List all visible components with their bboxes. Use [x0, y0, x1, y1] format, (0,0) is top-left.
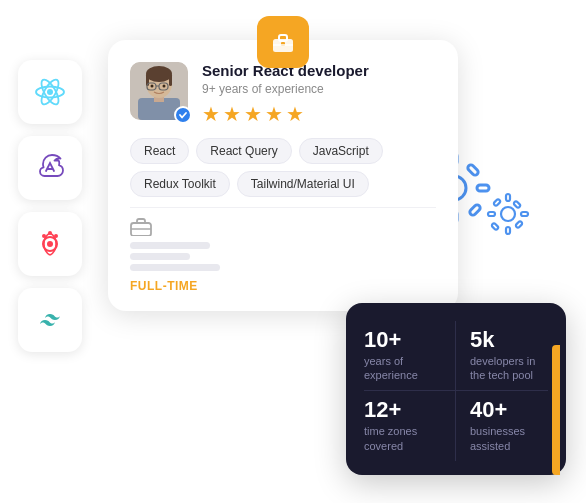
sidebar-item-react-query[interactable]	[18, 212, 82, 276]
skel-1	[130, 242, 210, 249]
star-1: ★	[202, 102, 220, 126]
stats-grid: 10+ years of experience 5k developers in…	[364, 321, 548, 461]
stat-num-3: 40+	[470, 399, 548, 421]
svg-rect-17	[467, 164, 480, 177]
star-rating: ★ ★ ★ ★ ★	[202, 102, 436, 126]
svg-point-8	[42, 234, 46, 238]
svg-point-6	[48, 231, 52, 235]
svg-point-7	[54, 234, 58, 238]
svg-point-0	[47, 89, 53, 95]
sidebar-item-react[interactable]	[18, 60, 82, 124]
svg-point-35	[146, 66, 172, 82]
star-3: ★	[244, 102, 262, 126]
orange-accent-bar	[552, 345, 560, 475]
employment-label: FULL-TIME	[130, 279, 436, 293]
skeleton-lines	[130, 242, 436, 271]
skel-2	[130, 253, 190, 260]
svg-rect-15	[469, 204, 482, 217]
stat-cell-1: 5k developers in the tech pool	[456, 321, 548, 392]
work-icon-row	[130, 218, 436, 236]
card-bottom-left: FULL-TIME	[130, 218, 436, 293]
stat-cell-3: 40+ businesses assisted	[456, 391, 548, 461]
stat-cell-0: 10+ years of experience	[364, 321, 456, 392]
svg-rect-22	[521, 212, 528, 216]
briefcase-icon	[130, 218, 152, 236]
stat-num-0: 10+	[364, 329, 441, 351]
svg-point-41	[151, 85, 154, 88]
avatar-wrap	[130, 62, 188, 120]
checkmark-icon	[178, 110, 188, 120]
card-divider	[130, 207, 436, 208]
toolbox-badge	[257, 16, 309, 68]
tag-redux-toolkit[interactable]: Redux Toolkit	[130, 171, 230, 197]
stats-card: 10+ years of experience 5k developers in…	[346, 303, 566, 475]
main-card: Senior React developer 9+ years of exper…	[108, 40, 458, 311]
react-icon	[34, 76, 66, 108]
tag-tailwind[interactable]: Tailwind/Material UI	[237, 171, 369, 197]
card-bottom: FULL-TIME	[130, 218, 436, 293]
gear-small-icon	[486, 192, 530, 240]
scene: Senior React developer 9+ years of exper…	[0, 0, 586, 503]
verified-badge	[174, 106, 192, 124]
redux-icon	[34, 152, 66, 184]
svg-rect-28	[279, 35, 287, 41]
svg-point-42	[163, 85, 166, 88]
stat-label-1: developers in the tech pool	[470, 354, 548, 383]
svg-rect-21	[488, 212, 495, 216]
sidebar-item-redux[interactable]	[18, 136, 82, 200]
svg-rect-24	[515, 221, 523, 229]
sidebar-item-tailwind[interactable]	[18, 288, 82, 352]
star-2: ★	[223, 102, 241, 126]
profile-experience: 9+ years of experience	[202, 82, 436, 96]
tag-javascript[interactable]: JavaScript	[299, 138, 383, 164]
svg-rect-25	[491, 223, 499, 231]
tag-react-query[interactable]: React Query	[196, 138, 291, 164]
tag-react[interactable]: React	[130, 138, 189, 164]
svg-point-18	[501, 207, 515, 221]
tags-row: React React Query JavaScript Redux Toolk…	[130, 138, 436, 197]
toolbox-icon	[269, 28, 297, 56]
svg-rect-19	[506, 194, 510, 201]
profile-section: Senior React developer 9+ years of exper…	[130, 62, 436, 126]
svg-rect-37	[169, 74, 172, 86]
svg-rect-13	[477, 185, 489, 191]
svg-rect-20	[506, 227, 510, 234]
svg-rect-26	[513, 201, 521, 209]
star-4: ★	[265, 102, 283, 126]
stat-cell-2: 12+ time zones covered	[364, 391, 456, 461]
stat-label-2: time zones covered	[364, 424, 441, 453]
tailwind-icon	[34, 304, 66, 336]
skel-3	[130, 264, 220, 271]
svg-point-5	[47, 241, 53, 247]
stat-num-2: 12+	[364, 399, 441, 421]
stat-label-0: years of experience	[364, 354, 441, 383]
sidebar	[18, 60, 82, 352]
react-query-icon	[34, 228, 66, 260]
profile-info: Senior React developer 9+ years of exper…	[202, 62, 436, 126]
stat-num-1: 5k	[470, 329, 548, 351]
stat-label-3: businesses assisted	[470, 424, 548, 453]
star-5: ★	[286, 102, 304, 126]
svg-rect-23	[493, 199, 501, 207]
profile-title: Senior React developer	[202, 62, 436, 80]
